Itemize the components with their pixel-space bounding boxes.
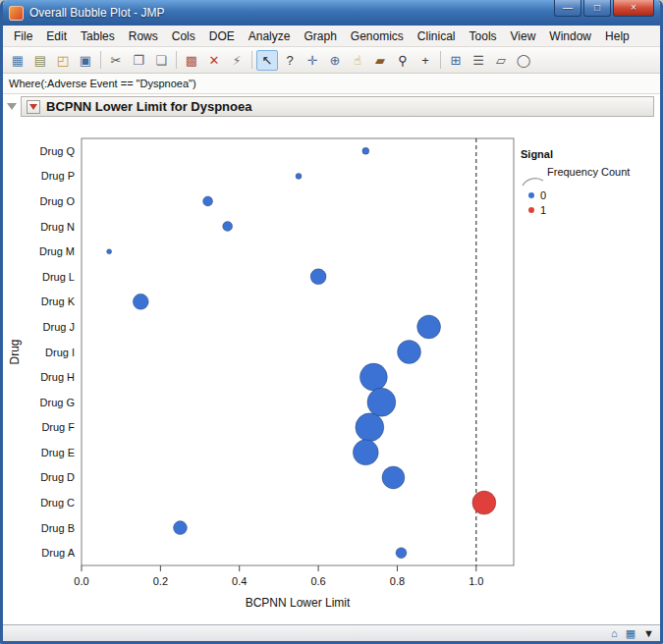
bubble-drug-j[interactable] [417,315,441,339]
y-tick-label-drug-k[interactable]: Drug K [41,295,76,307]
y-tick-label-drug-h[interactable]: Drug H [40,371,75,383]
bubble-plot-region[interactable]: 0.00.20.40.60.81.0Drug QDrug PDrug ODrug… [3,119,660,624]
legend-entry-signal-1[interactable]: 1 [521,202,630,217]
zoom-region-tool-icon[interactable]: ⊕ [324,50,346,71]
open-icon[interactable]: ◰ [52,50,74,71]
signal-0-dot [528,192,534,198]
brush-tool-icon[interactable]: ▰ [369,50,391,71]
y-tick-label-drug-n[interactable]: Drug N [40,221,75,233]
run-script-icon[interactable]: ⚡ [226,50,248,71]
red-triangle-icon [29,104,37,110]
maximize-button[interactable]: □ [583,0,611,17]
x-tick-label[interactable]: 1.0 [469,575,483,587]
bubble-drug-l[interactable] [310,269,326,285]
y-tick-label-drug-c[interactable]: Drug C [40,497,75,509]
x-tick-label[interactable]: 0.8 [390,575,405,587]
bubble-drug-e[interactable] [353,440,378,465]
menu-rows[interactable]: Rows [122,27,165,45]
bubble-drug-o[interactable] [203,196,213,206]
y-tick-label-drug-l[interactable]: Drug L [42,271,75,283]
y-tick-label-drug-b[interactable]: Drug B [41,522,75,534]
minimize-button[interactable]: — [554,0,581,17]
help-tool-icon[interactable]: ? [279,50,301,71]
menu-help[interactable]: Help [598,27,636,45]
delete-icon[interactable]: ✕ [203,50,225,71]
y-tick-label-drug-o[interactable]: Drug O [40,195,76,207]
copy-icon[interactable]: ❐ [128,50,149,71]
bubble-drug-h[interactable] [359,363,387,391]
x-tick-label[interactable]: 0.6 [310,575,325,587]
menu-file[interactable]: File [7,27,39,45]
home-icon[interactable]: ⌂ [611,628,618,639]
y-tick-label-drug-q[interactable]: Drug Q [40,145,76,157]
y-tick-label-drug-f[interactable]: Drug F [41,421,75,433]
bubble-drug-q[interactable] [362,147,369,154]
crosshair-tool-icon[interactable]: ✛ [302,50,323,71]
x-tick-label[interactable]: 0.0 [74,575,88,587]
menu-doe[interactable]: DOE [202,27,242,45]
bubble-drug-f[interactable] [356,413,384,442]
bubble-drug-g[interactable] [367,388,396,416]
title-bar[interactable]: Overall Bubble Plot - JMP — □ × [3,0,660,26]
bubble-drug-b[interactable] [173,521,187,535]
outline-disclosure-icon[interactable] [7,103,17,110]
bubble-drug-p[interactable] [296,173,302,179]
x-axis-title[interactable]: BCPNN Lower Limit [246,596,351,610]
save-icon[interactable]: ▣ [75,50,96,71]
y-tick-label-drug-p[interactable]: Drug P [41,170,75,182]
y-tick-label-drug-e[interactable]: Drug E [41,447,75,458]
menu-analyze[interactable]: Analyze [242,27,298,45]
window-list-dropdown-icon[interactable]: ▼ [643,628,654,639]
data-filter-icon[interactable]: ▩ [181,50,202,71]
bubble-drug-a[interactable] [396,548,407,559]
menu-edit[interactable]: Edit [39,27,74,45]
annotate-oval-icon[interactable]: ◯ [513,50,534,71]
y-axis-title[interactable]: Drug [8,339,22,364]
toolbar: ▦▤◰▣✂❐❏▩✕⚡↖?✛⊕☝▰⚲+⊞☰▱◯ [3,47,660,74]
close-button[interactable]: × [613,0,654,17]
new-data-table-icon[interactable]: ▦ [7,50,28,71]
toolbar-separator [176,51,177,69]
window-controls: — □ × [554,0,654,17]
bubble-drug-m[interactable] [107,249,112,254]
menu-genomics[interactable]: Genomics [344,27,411,45]
y-tick-label-drug-g[interactable]: Drug G [40,397,75,408]
menu-clinical[interactable]: Clinical [411,27,463,45]
bubble-drug-c[interactable] [472,491,496,514]
toolbar-separator [440,51,441,69]
arrow-tool-icon[interactable]: ↖ [256,50,278,71]
grabber-tool-icon[interactable]: ☝ [347,50,368,71]
menu-graph[interactable]: Graph [297,27,343,45]
legend-entry-signal-0[interactable]: 0 [521,188,630,202]
report-title: BCPNN Lower Limit for Dyspnoea [46,99,251,114]
menu-cols[interactable]: Cols [165,27,202,45]
x-tick-label[interactable]: 0.2 [153,575,168,587]
cut-icon[interactable]: ✂ [105,50,127,71]
y-tick-label-drug-i[interactable]: Drug I [45,347,75,358]
bubble-drug-d[interactable] [382,466,405,489]
red-triangle-menu-button[interactable] [27,100,40,114]
y-tick-label-drug-m[interactable]: Drug M [39,245,75,257]
y-tick-label-drug-j[interactable]: Drug J [43,321,75,333]
bubble-drug-k[interactable] [133,294,148,309]
frequency-count-arc-icon [521,166,544,188]
x-tick-label[interactable]: 0.4 [232,575,247,587]
bubble-drug-i[interactable] [398,341,421,364]
magnifier-tool-icon[interactable]: ⚲ [392,50,414,71]
bubble-drug-n[interactable] [223,222,233,232]
annotate-shape-icon[interactable]: ▱ [490,50,512,71]
paste-icon[interactable]: ❏ [150,50,172,71]
new-journal-icon[interactable]: ▤ [29,50,51,71]
annotate-frame-icon[interactable]: ⊞ [445,50,467,71]
bubble-plot-svg[interactable]: 0.00.20.40.60.81.0Drug QDrug PDrug ODrug… [3,119,518,615]
y-tick-label-drug-a[interactable]: Drug A [41,547,75,559]
resize-tool-icon[interactable]: + [414,50,436,71]
menu-window[interactable]: Window [542,27,598,45]
annotate-lines-icon[interactable]: ☰ [468,50,489,71]
data-table-window-icon[interactable]: ▦ [626,628,635,639]
menu-tools[interactable]: Tools [463,27,504,45]
menu-tables[interactable]: Tables [74,27,122,45]
y-tick-label-drug-d[interactable]: Drug D [40,471,75,483]
menu-view[interactable]: View [504,27,543,45]
report-header-bar[interactable]: BCPNN Lower Limit for Dyspnoea [21,96,654,117]
